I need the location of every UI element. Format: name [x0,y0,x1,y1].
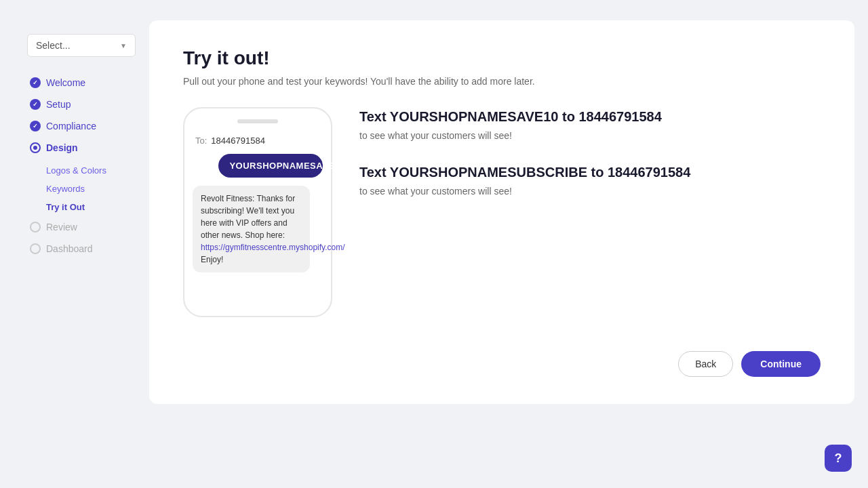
sidebar-item-label-setup: Setup [46,99,71,110]
message-text-after-link: Enjoy! [201,255,223,264]
active-circle-icon [30,142,41,153]
page-title: Try it out! [183,47,821,69]
sidebar-item-compliance[interactable]: Compliance [27,117,136,136]
help-button[interactable]: ? [825,445,852,472]
inactive-circle-icon [30,222,41,232]
sub-nav-label-keywords: Keywords [46,184,85,194]
shop-select[interactable]: Select... ▼ [27,34,136,57]
message-link[interactable]: https://gymfitnesscentre.myshopify.com/ [201,243,345,252]
sidebar-item-label-dashboard: Dashboard [46,243,93,254]
sidebar-item-setup[interactable]: Setup [27,95,136,114]
check-icon [30,99,41,110]
sidebar-item-label-compliance: Compliance [46,121,96,131]
continue-button[interactable]: Continue [741,351,821,377]
sub-nav-logos-colors[interactable]: Logos & Colors [43,163,136,178]
sub-nav-try-it-out[interactable]: Try it Out [43,199,136,215]
sub-nav-label-try-it-out: Try it Out [46,202,85,212]
phone-speaker [237,119,278,123]
page-subtitle: Pull out your phone and test your keywor… [183,76,821,87]
keyword-pill: YOURSHOPNAMESAVE10 [218,154,323,178]
message-text-before-link: Revolt Fitness: Thanks for subscribing! … [201,194,295,240]
instruction-block-save10: Text YOURSHOPNAMESAVE10 to 18446791584 t… [359,107,821,141]
message-bubble: Revolt Fitness: Thanks for subscribing! … [193,186,310,272]
main-card: Try it out! Pull out your phone and test… [149,20,854,404]
instruction-sub-save10: to see what your customers will see! [359,130,821,141]
content-area: To: 18446791584 YOURSHOPNAMESAVE10 Revol… [183,107,821,317]
sidebar-item-label-design: Design [46,142,78,153]
sub-nav-label-logos-colors: Logos & Colors [46,165,106,176]
chevron-down-icon: ▼ [120,42,127,49]
sub-nav-list: Logos & Colors Keywords Try it Out [43,163,136,215]
sidebar-item-design[interactable]: Design [27,138,136,157]
sidebar-item-dashboard[interactable]: Dashboard [27,239,136,258]
instructions-area: Text YOURSHOPNAMESAVE10 to 18446791584 t… [359,107,821,197]
phone-mockup: To: 18446791584 YOURSHOPNAMESAVE10 Revol… [183,107,332,317]
sidebar-item-review[interactable]: Review [27,218,136,237]
phone-to-row: To: 18446791584 [193,136,323,146]
page-container: Select... ▼ Welcome Setup Compliance [14,14,854,411]
nav-list: Welcome Setup Compliance Design [27,73,136,258]
sidebar-item-welcome[interactable]: Welcome [27,73,136,92]
sidebar: Select... ▼ Welcome Setup Compliance [14,14,149,279]
phone-number: 18446791584 [211,136,265,146]
instruction-block-subscribe: Text YOURSHOPNAMESUBSCRIBE to 1844679158… [359,163,821,197]
instruction-text-save10: Text YOURSHOPNAMESAVE10 to 18446791584 [359,107,821,126]
sub-nav-keywords[interactable]: Keywords [43,181,136,197]
footer-buttons: Back Continue [183,351,821,377]
help-icon: ? [835,451,842,466]
check-icon [30,121,41,131]
inactive-circle-icon [30,243,41,254]
phone-to-label: To: [195,136,207,146]
sidebar-item-label-welcome: Welcome [46,77,85,88]
instruction-sub-subscribe: to see what your customers will see! [359,186,821,197]
back-button[interactable]: Back [678,351,733,377]
sidebar-item-label-review: Review [46,222,77,232]
select-placeholder: Select... [36,40,71,51]
check-icon [30,77,41,88]
instruction-text-subscribe: Text YOURSHOPNAMESUBSCRIBE to 1844679158… [359,163,821,182]
